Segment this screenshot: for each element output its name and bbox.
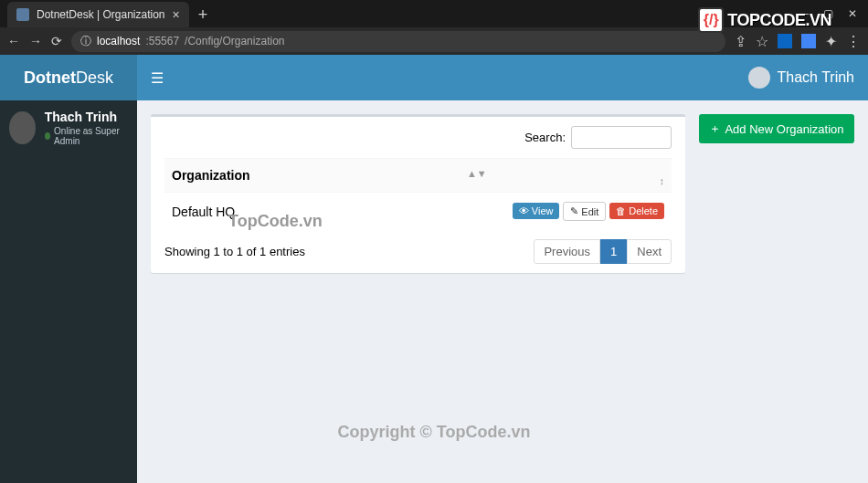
logo-bold: Dotnet xyxy=(24,68,76,87)
avatar-icon xyxy=(748,67,770,89)
sort-icon: ↕ xyxy=(660,175,665,186)
forward-icon[interactable]: → xyxy=(29,34,42,48)
plus-icon: ＋ xyxy=(709,121,721,137)
table-row: Default HQ 👁 View ✎ Edit 🗑 xyxy=(164,193,672,231)
maximize-icon[interactable]: ▢ xyxy=(823,7,833,20)
trash-icon: 🗑 xyxy=(616,205,626,216)
organization-table: Organization ▲▼ ↕ Default HQ xyxy=(164,158,672,230)
url-host: localhost xyxy=(97,35,140,47)
window-controls: — ▢ ✕ xyxy=(798,7,868,20)
close-window-icon[interactable]: ✕ xyxy=(848,7,857,20)
delete-button[interactable]: 🗑 Delete xyxy=(609,203,664,219)
sidebar: Thach Trinh Online as Super Admin xyxy=(0,100,137,483)
translate-ext-icon[interactable] xyxy=(801,34,816,48)
status-dot-icon xyxy=(45,132,50,140)
url-path: /Config/Organization xyxy=(185,35,284,47)
share-icon[interactable]: ⇪ xyxy=(735,33,746,50)
search-label: Search: xyxy=(524,131,566,144)
pagination: Previous 1 Next xyxy=(534,239,672,264)
menu-dots-icon[interactable]: ⋮ xyxy=(846,33,861,50)
header-username: Thach Trinh xyxy=(778,69,854,86)
sidebar-username: Thach Trinh xyxy=(45,110,128,124)
tab-title: DotnetDesk | Organization xyxy=(37,8,165,21)
back-icon[interactable]: ← xyxy=(7,34,20,48)
side-actions: ＋ Add New Organization xyxy=(699,114,854,143)
header-user[interactable]: Thach Trinh xyxy=(748,67,868,89)
info-icon: ⓘ xyxy=(80,34,91,49)
eye-icon: 👁 xyxy=(519,205,529,216)
reload-icon[interactable]: ⟳ xyxy=(51,34,62,48)
browser-tab[interactable]: DotnetDesk | Organization × xyxy=(7,2,189,27)
sidebar-status-text: Online as Super Admin xyxy=(54,126,128,146)
user-panel: Thach Trinh Online as Super Admin xyxy=(0,100,137,155)
linkedin-ext-icon[interactable] xyxy=(778,34,792,48)
extension-icons: ⇪ ☆ ✦ ⋮ xyxy=(735,33,861,50)
page-next[interactable]: Next xyxy=(627,239,672,264)
search-input[interactable] xyxy=(571,126,672,149)
logo-light: Desk xyxy=(76,68,113,87)
minimize-icon[interactable]: — xyxy=(798,7,809,20)
puzzle-ext-icon[interactable]: ✦ xyxy=(825,33,837,50)
edit-button[interactable]: ✎ Edit xyxy=(563,202,606,221)
new-tab-button[interactable]: + xyxy=(189,5,217,25)
sidebar-status: Online as Super Admin xyxy=(45,126,128,146)
col-organization[interactable]: Organization ▲▼ xyxy=(164,159,494,193)
browser-address-bar: ← → ⟳ ⓘ localhost:55567/Config/Organizat… xyxy=(0,27,868,55)
add-organization-button[interactable]: ＋ Add New Organization xyxy=(699,114,854,143)
pencil-icon: ✎ xyxy=(570,205,578,217)
app-header: DotnetDesk ☰ Thach Trinh xyxy=(0,55,868,100)
col-actions[interactable]: ↕ xyxy=(494,159,672,193)
sidebar-avatar xyxy=(9,111,36,144)
page-1[interactable]: 1 xyxy=(600,239,627,264)
cell-org-name: Default HQ xyxy=(164,193,494,231)
url-port: :55567 xyxy=(145,35,179,47)
browser-titlebar: DotnetDesk | Organization × + — ▢ ✕ xyxy=(0,0,868,27)
view-button[interactable]: 👁 View xyxy=(513,203,560,219)
url-field[interactable]: ⓘ localhost:55567/Config/Organization xyxy=(71,31,725,52)
app-logo[interactable]: DotnetDesk xyxy=(0,55,137,100)
tab-close-icon[interactable]: × xyxy=(173,7,180,22)
tab-favicon xyxy=(16,8,29,21)
table-info: Showing 1 to 1 of 1 entries xyxy=(164,245,305,258)
sort-asc-icon: ▲▼ xyxy=(467,168,487,179)
sidebar-toggle-icon[interactable]: ☰ xyxy=(137,69,177,87)
content: Search: Organization ▲▼ ↕ xyxy=(137,100,868,483)
page-prev[interactable]: Previous xyxy=(534,239,600,264)
organization-table-box: Search: Organization ▲▼ ↕ xyxy=(151,114,685,273)
bookmark-icon[interactable]: ☆ xyxy=(756,33,768,50)
